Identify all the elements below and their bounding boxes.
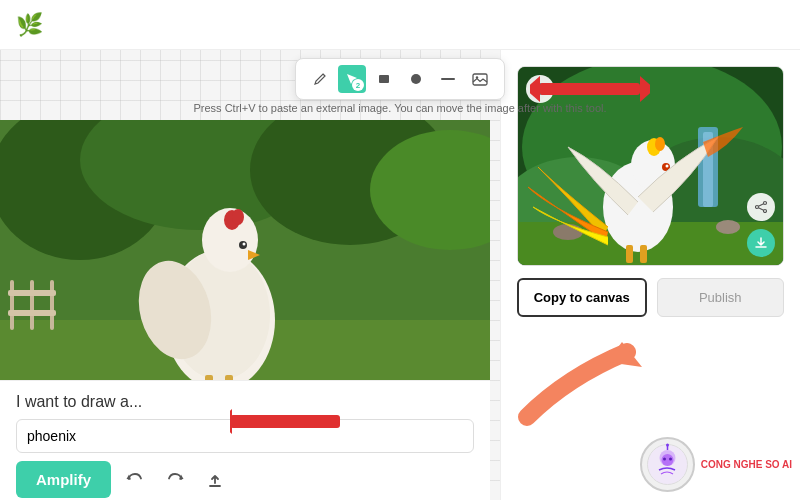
canvas-area[interactable] bbox=[0, 120, 490, 400]
toolbar-arrow bbox=[530, 68, 650, 108]
svg-point-68 bbox=[666, 444, 669, 447]
svg-rect-8 bbox=[540, 83, 640, 95]
circle-tool-button[interactable] bbox=[402, 65, 430, 93]
svg-rect-16 bbox=[30, 280, 34, 330]
svg-rect-0 bbox=[379, 75, 389, 83]
watermark-logo bbox=[640, 437, 695, 492]
watermark: CONG NGHE SO AI bbox=[640, 437, 792, 492]
logo-icon: 🌿 bbox=[16, 12, 43, 38]
svg-rect-2 bbox=[441, 78, 455, 80]
svg-point-65 bbox=[663, 458, 666, 461]
svg-rect-51 bbox=[640, 245, 647, 263]
right-panel: Copy to canvas Publish bbox=[500, 50, 800, 500]
pencil-tool-button[interactable] bbox=[306, 65, 334, 93]
upload-button[interactable] bbox=[199, 464, 231, 496]
svg-rect-15 bbox=[10, 280, 14, 330]
redo-button[interactable] bbox=[159, 464, 191, 496]
svg-point-41 bbox=[553, 224, 583, 240]
svg-point-54 bbox=[764, 202, 767, 205]
bottom-actions: Amplify bbox=[16, 461, 474, 498]
action-buttons: Copy to canvas Publish bbox=[517, 278, 784, 317]
amplify-button[interactable]: Amplify bbox=[16, 461, 111, 498]
prompt-arrow bbox=[230, 404, 360, 443]
canvas-image bbox=[0, 120, 490, 400]
svg-point-49 bbox=[666, 165, 669, 168]
svg-line-58 bbox=[758, 208, 763, 211]
undo-button[interactable] bbox=[119, 464, 151, 496]
big-arrow-area bbox=[517, 337, 784, 417]
tool-badge: 2 bbox=[352, 79, 364, 91]
watermark-text-label: CONG NGHE SO AI bbox=[701, 458, 792, 471]
svg-point-56 bbox=[756, 206, 759, 209]
svg-rect-17 bbox=[50, 280, 54, 330]
header: 🌿 bbox=[0, 0, 800, 50]
publish-button[interactable]: Publish bbox=[657, 278, 785, 317]
svg-point-66 bbox=[669, 458, 672, 461]
svg-line-57 bbox=[758, 204, 763, 207]
svg-point-24 bbox=[232, 209, 244, 225]
svg-marker-7 bbox=[640, 76, 650, 102]
svg-point-1 bbox=[411, 74, 421, 84]
copy-to-canvas-button[interactable]: Copy to canvas bbox=[517, 278, 647, 317]
svg-point-27 bbox=[243, 243, 246, 246]
toolbar: 2 bbox=[295, 58, 505, 100]
line-tool-button[interactable] bbox=[434, 65, 462, 93]
share-icon[interactable] bbox=[747, 193, 775, 221]
svg-marker-6 bbox=[530, 76, 540, 102]
svg-point-64 bbox=[661, 454, 673, 466]
svg-rect-18 bbox=[8, 290, 56, 296]
svg-rect-31 bbox=[230, 415, 340, 428]
image-tool-button[interactable] bbox=[466, 65, 494, 93]
svg-point-46 bbox=[655, 137, 665, 151]
svg-point-42 bbox=[716, 220, 740, 234]
svg-point-55 bbox=[764, 210, 767, 213]
select-tool-button[interactable]: 2 bbox=[338, 65, 366, 93]
download-icon[interactable] bbox=[747, 229, 775, 257]
svg-rect-50 bbox=[626, 245, 633, 263]
rectangle-tool-button[interactable] bbox=[370, 65, 398, 93]
svg-marker-33 bbox=[230, 409, 232, 434]
svg-rect-19 bbox=[8, 310, 56, 316]
